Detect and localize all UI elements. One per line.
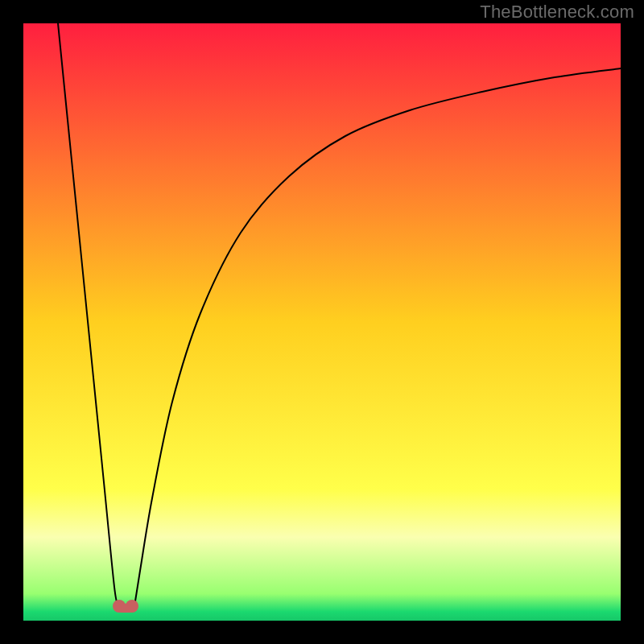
watermark-text: TheBottleneck.com — [480, 2, 634, 23]
chart-frame: TheBottleneck.com — [0, 0, 644, 644]
plot-svg — [23, 23, 621, 621]
svg-rect-2 — [119, 604, 132, 613]
plot-area — [23, 23, 621, 621]
chart-background — [23, 23, 621, 621]
